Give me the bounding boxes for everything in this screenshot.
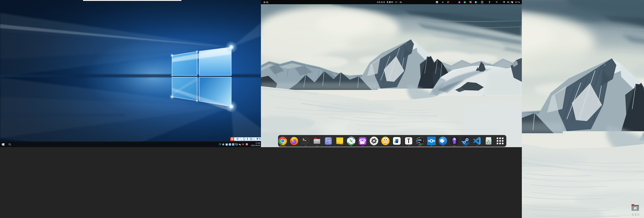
svg-text:DG: DG — [418, 139, 422, 141]
svg-text:2: 2 — [470, 2, 471, 3]
